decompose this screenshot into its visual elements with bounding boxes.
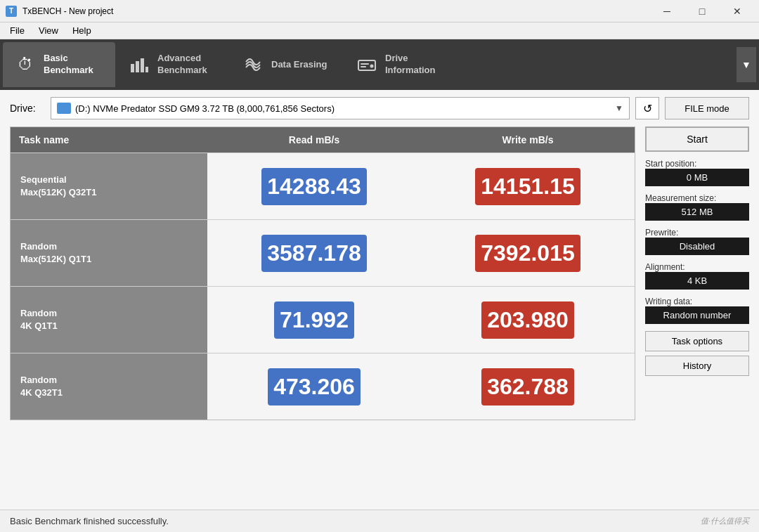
alignment-value: 4 KB	[645, 272, 749, 290]
measurement-size-value: 512 MB	[645, 203, 749, 221]
drive-icon	[57, 103, 71, 114]
menu-help[interactable]: Help	[65, 24, 98, 37]
write-cell-0: 14151.15	[421, 153, 635, 219]
prewrite-label: Prewrite:	[645, 228, 749, 238]
read-value-0: 14288.43	[261, 168, 366, 205]
status-bar: Basic Benchmark finished successfully. 值…	[0, 510, 759, 532]
tab-drive-information[interactable]: Drive Information	[344, 42, 457, 87]
table-row: Random Max(512K) Q1T1 3587.178 7392.015	[11, 219, 635, 286]
start-position-value: 0 MB	[645, 169, 749, 186]
read-value-3: 473.206	[268, 368, 361, 406]
basic-benchmark-icon: ⏱	[14, 53, 37, 76]
tab-advanced-benchmark[interactable]: Advanced Benchmark	[117, 42, 229, 87]
drive-select-content: (D:) NVMe Predator SSD GM9 3.72 TB (8,00…	[57, 103, 335, 114]
row-name-2: Random 4K Q1T1	[11, 287, 207, 353]
row-name-0: Sequential Max(512K) Q32T1	[11, 153, 207, 219]
benchmark-container: Task name Read mB/s Write mB/s Sequentia…	[10, 126, 749, 420]
menu-file[interactable]: File	[3, 24, 32, 37]
status-message: Basic Benchmark finished successfully.	[10, 516, 169, 526]
svg-rect-1	[136, 61, 139, 72]
file-mode-button[interactable]: FILE mode	[665, 97, 749, 119]
alignment-group: Alignment: 4 KB	[645, 259, 749, 290]
writing-data-value: Random number	[645, 306, 749, 324]
measurement-size-label: Measurement size:	[645, 193, 749, 203]
svg-rect-6	[361, 66, 366, 67]
table-header: Task name Read mB/s Write mB/s	[11, 127, 635, 153]
basic-benchmark-label: Basic Benchmark	[44, 53, 93, 77]
write-value-3: 362.788	[481, 368, 574, 406]
start-position-label: Start position:	[645, 159, 749, 169]
write-value-1: 7392.015	[475, 235, 580, 272]
menu-bar: File View Help	[0, 22, 759, 39]
drive-information-icon	[356, 53, 378, 76]
tab-basic-benchmark[interactable]: ⏱ Basic Benchmark	[3, 42, 115, 87]
svg-rect-3	[145, 67, 148, 72]
minimize-button[interactable]: ─	[651, 3, 683, 20]
prewrite-value: Disabled	[645, 238, 749, 255]
measurement-size-group: Measurement size: 512 MB	[645, 190, 749, 221]
table-row: Random 4K Q32T1 473.206 362.788	[11, 353, 635, 420]
main-content: Drive: (D:) NVMe Predator SSD GM9 3.72 T…	[0, 90, 759, 510]
start-position-group: Start position: 0 MB	[645, 156, 749, 186]
table-row: Sequential Max(512K) Q32T1 14288.43 1415…	[11, 153, 635, 219]
write-cell-3: 362.788	[421, 353, 635, 420]
window-controls: ─ □ ✕	[651, 3, 753, 20]
svg-rect-0	[131, 64, 134, 72]
title-bar-left: T TxBENCH - New project	[6, 6, 113, 17]
refresh-icon: ↺	[643, 102, 652, 115]
toolbar: ⏱ Basic Benchmark Advanced Benchmark Dat…	[0, 39, 759, 90]
data-erasing-label: Data Erasing	[271, 59, 327, 71]
toolbar-dropdown-button[interactable]: ▼	[737, 47, 756, 82]
chevron-down-icon: ▼	[615, 103, 623, 113]
svg-rect-5	[361, 63, 369, 65]
header-write: Write mB/s	[421, 127, 635, 153]
benchmark-table: Task name Read mB/s Write mB/s Sequentia…	[10, 126, 635, 420]
title-bar: T TxBENCH - New project ─ □ ✕	[0, 0, 759, 22]
drive-value: (D:) NVMe Predator SSD GM9 3.72 TB (8,00…	[75, 103, 335, 114]
drive-information-label: Drive Information	[385, 53, 436, 77]
tab-data-erasing[interactable]: Data Erasing	[231, 42, 343, 87]
advanced-benchmark-label: Advanced Benchmark	[157, 53, 207, 77]
table-row: Random 4K Q1T1 71.992 203.980	[11, 286, 635, 353]
read-value-1: 3587.178	[261, 235, 366, 272]
data-erasing-icon	[242, 53, 264, 76]
task-options-button[interactable]: Task options	[645, 331, 749, 351]
read-cell-1: 3587.178	[207, 220, 421, 286]
menu-view[interactable]: View	[32, 24, 65, 37]
close-button[interactable]: ✕	[721, 3, 753, 20]
maximize-button[interactable]: □	[686, 3, 718, 20]
svg-point-7	[370, 65, 374, 68]
watermark: 值·什么值得买	[701, 516, 749, 526]
read-cell-2: 71.992	[207, 287, 421, 353]
history-button[interactable]: History	[645, 356, 749, 376]
write-value-2: 203.980	[481, 301, 574, 339]
writing-data-label: Writing data:	[645, 297, 749, 306]
read-value-2: 71.992	[274, 301, 354, 339]
write-value-0: 14151.15	[475, 168, 580, 205]
write-cell-2: 203.980	[421, 287, 635, 353]
app-icon: T	[6, 6, 17, 17]
sidebar: Start Start position: 0 MB Measurement s…	[645, 126, 749, 420]
drive-row: Drive: (D:) NVMe Predator SSD GM9 3.72 T…	[10, 97, 749, 119]
prewrite-group: Prewrite: Disabled	[645, 225, 749, 255]
drive-select[interactable]: (D:) NVMe Predator SSD GM9 3.72 TB (8,00…	[51, 97, 630, 119]
alignment-label: Alignment:	[645, 262, 749, 272]
drive-label: Drive:	[10, 103, 45, 114]
header-task-name: Task name	[11, 127, 207, 153]
write-cell-1: 7392.015	[421, 220, 635, 286]
window-title: TxBENCH - New project	[22, 6, 113, 16]
start-button[interactable]: Start	[645, 126, 749, 152]
read-cell-3: 473.206	[207, 353, 421, 420]
read-cell-0: 14288.43	[207, 153, 421, 219]
drive-refresh-button[interactable]: ↺	[635, 97, 659, 119]
row-name-3: Random 4K Q32T1	[11, 353, 207, 420]
header-read: Read mB/s	[207, 127, 421, 153]
advanced-benchmark-icon	[128, 53, 150, 76]
row-name-1: Random Max(512K) Q1T1	[11, 220, 207, 286]
writing-data-group: Writing data: Random number	[645, 294, 749, 324]
svg-rect-2	[141, 58, 144, 72]
